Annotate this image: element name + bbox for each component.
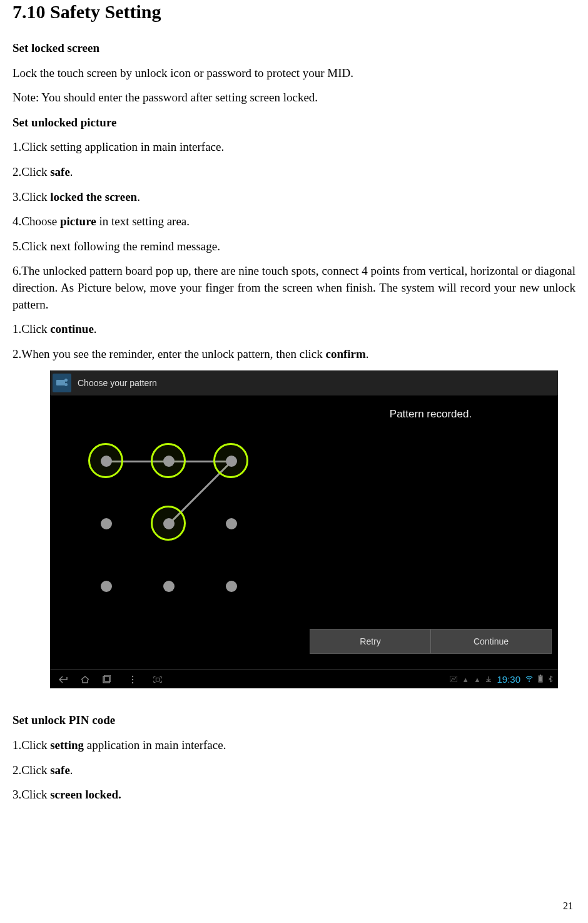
sup-cont1-post: . bbox=[94, 322, 97, 335]
pin-step2: 2.Click safe. bbox=[13, 762, 575, 779]
sup-cont1-bold: continue bbox=[50, 322, 94, 335]
battery-icon bbox=[538, 675, 543, 684]
sup-step1: 1.Click setting application in main inte… bbox=[13, 139, 575, 156]
sup-cont2-post: . bbox=[366, 347, 369, 360]
svg-rect-9 bbox=[540, 675, 541, 676]
pin-step3: 3.Click screen locked. bbox=[13, 787, 575, 803]
sup-step4: 4.Choose picture in text setting area. bbox=[13, 213, 575, 230]
download-icon bbox=[485, 676, 492, 683]
android-pattern-screenshot: Choose your pattern bbox=[50, 370, 558, 688]
sup-step3-post: . bbox=[137, 190, 140, 203]
pattern-dot-2-2 bbox=[226, 581, 237, 592]
page-number: 21 bbox=[563, 900, 573, 912]
warning-icon-2: ▲ bbox=[474, 676, 481, 683]
sup-cont2-pre: 2.When you see the reminder, enter the u… bbox=[13, 347, 325, 360]
recent-apps-icon[interactable] bbox=[101, 675, 111, 685]
set-unlocked-picture-heading: Set unlocked picture bbox=[13, 115, 575, 131]
screenshot-header: Choose your pattern bbox=[50, 370, 558, 395]
sup-step2-pre: 2.Click bbox=[13, 165, 50, 178]
sup-cont2: 2.When you see the reminder, enter the u… bbox=[13, 346, 575, 363]
image-status-icon bbox=[450, 676, 457, 683]
pin-step1-pre: 1.Click bbox=[13, 738, 50, 752]
sup-step4-bold: picture bbox=[60, 215, 96, 228]
pin-step1: 1.Click setting application in main inte… bbox=[13, 737, 575, 754]
pattern-recorded-label: Pattern recorded. bbox=[390, 408, 472, 421]
sup-cont1: 1.Click continue. bbox=[13, 321, 575, 338]
bluetooth-icon bbox=[548, 675, 553, 684]
continue-button[interactable]: Continue bbox=[431, 630, 551, 653]
pin-step2-bold: safe bbox=[50, 763, 70, 777]
screenshot-header-title: Choose your pattern bbox=[78, 378, 157, 388]
pattern-grid bbox=[94, 449, 256, 611]
screenshot-body: Pattern recorded. Retry Continue bbox=[50, 395, 558, 673]
pattern-button-bar: Retry Continue bbox=[310, 629, 552, 654]
home-icon[interactable] bbox=[80, 675, 90, 685]
back-icon[interactable] bbox=[59, 675, 69, 685]
sup-step6: 6.The unlocked pattern board pop up, the… bbox=[13, 263, 575, 313]
section-title: 7.10 Safety Setting bbox=[13, 1, 575, 23]
svg-rect-5 bbox=[156, 678, 159, 681]
set-locked-p2: Note: You should enter the password afte… bbox=[13, 89, 575, 106]
svg-point-4 bbox=[132, 682, 133, 683]
svg-point-7 bbox=[529, 681, 530, 682]
svg-rect-10 bbox=[539, 676, 542, 681]
pin-step1-bold: setting bbox=[50, 738, 84, 752]
sup-step4-post: in text setting area. bbox=[96, 215, 190, 228]
sup-step2: 2.Click safe. bbox=[13, 164, 575, 181]
set-pin-heading: Set unlock PIN code bbox=[13, 712, 575, 729]
android-navbar: ▲ ▲ 19:30 bbox=[50, 670, 558, 688]
warning-icon: ▲ bbox=[462, 676, 469, 683]
pattern-right-panel: Pattern recorded. Retry Continue bbox=[303, 395, 558, 673]
pattern-dot-1-0 bbox=[101, 518, 112, 529]
pin-step3-bold: screen locked. bbox=[50, 788, 121, 801]
pin-step2-pre: 2.Click bbox=[13, 763, 50, 777]
pin-step3-pre: 3.Click bbox=[13, 788, 50, 801]
pattern-panel bbox=[50, 395, 303, 673]
retry-button[interactable]: Retry bbox=[310, 630, 431, 653]
wifi-icon bbox=[525, 676, 533, 683]
svg-point-3 bbox=[132, 679, 133, 680]
pattern-dot-2-1 bbox=[163, 581, 175, 592]
pattern-dot-1-2 bbox=[226, 518, 237, 529]
screenshot-icon[interactable] bbox=[153, 675, 163, 685]
sup-step5: 5.Click next following the remind messag… bbox=[13, 238, 575, 255]
set-locked-p1: Lock the touch screen by unlock icon or … bbox=[13, 65, 575, 82]
settings-app-icon bbox=[53, 374, 71, 392]
set-locked-heading: Set locked screen bbox=[13, 40, 575, 57]
sup-step3: 3.Click locked the screen. bbox=[13, 189, 575, 206]
sup-step3-bold: locked the screen bbox=[50, 190, 137, 203]
status-time: 19:30 bbox=[497, 674, 520, 685]
sup-step4-pre: 4.Choose bbox=[13, 215, 60, 228]
sup-step2-post: . bbox=[70, 165, 73, 178]
sup-step3-pre: 3.Click bbox=[13, 190, 50, 203]
menu-icon[interactable] bbox=[128, 675, 138, 685]
sup-step2-bold: safe bbox=[50, 165, 70, 178]
pin-step2-post: . bbox=[70, 763, 73, 777]
pin-step1-post: application in main interface. bbox=[84, 738, 226, 752]
pattern-dot-2-0 bbox=[101, 581, 112, 592]
svg-point-2 bbox=[132, 676, 133, 677]
sup-cont2-bold: confirm bbox=[325, 347, 365, 360]
sup-cont1-pre: 1.Click bbox=[13, 322, 50, 335]
